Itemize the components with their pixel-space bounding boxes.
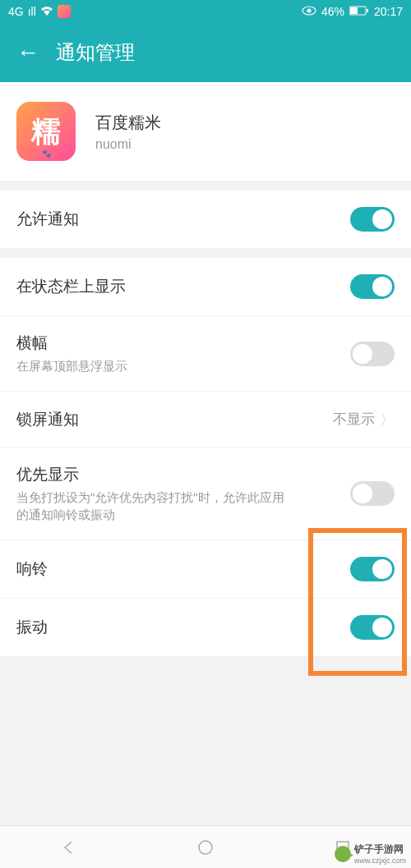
lock-screen-value: 不显示	[333, 410, 375, 429]
allow-notifications-toggle[interactable]	[350, 207, 395, 232]
watermark-logo-icon	[335, 846, 351, 862]
banner-label: 横幅	[16, 333, 350, 354]
svg-point-5	[199, 841, 212, 854]
vibrate-toggle[interactable]	[350, 615, 395, 640]
header: ← 通知管理	[0, 23, 411, 82]
banner-desc: 在屏幕顶部悬浮显示	[16, 357, 350, 374]
priority-toggle[interactable]	[350, 481, 395, 506]
app-name: 百度糯米	[95, 112, 161, 134]
svg-point-1	[307, 9, 311, 13]
signal-bars-icon: ıll	[28, 5, 36, 18]
app-id: nuomi	[95, 137, 161, 152]
status-left: 4G ıll	[8, 5, 71, 18]
watermark-brand: 铲子手游网	[354, 843, 406, 857]
watermark: 铲子手游网 www.czjxjc.com	[335, 843, 406, 865]
vibrate-label: 振动	[16, 617, 350, 638]
status-right: 46% 20:17	[302, 5, 403, 18]
priority-desc: 当免打扰设为"允许优先内容打扰"时，允许此应用的通知响铃或振动	[16, 489, 296, 523]
back-button[interactable]: ←	[16, 39, 39, 66]
ring-row[interactable]: 响铃	[0, 540, 411, 599]
ring-toggle[interactable]	[350, 557, 395, 581]
banner-row[interactable]: 横幅 在屏幕顶部悬浮显示	[0, 316, 411, 392]
priority-label: 优先显示	[16, 464, 296, 485]
eye-icon	[302, 5, 316, 18]
lock-screen-row[interactable]: 锁屏通知 不显示 〉	[0, 392, 411, 448]
banner-toggle[interactable]	[350, 342, 395, 366]
status-bar-row[interactable]: 在状态栏上显示	[0, 258, 411, 316]
ring-label: 响铃	[16, 558, 350, 580]
allow-notifications-label: 允许通知	[16, 209, 350, 230]
priority-row[interactable]: 优先显示 当免打扰设为"允许优先内容打扰"时，允许此应用的通知响铃或振动	[0, 448, 411, 540]
allow-notifications-row[interactable]: 允许通知	[0, 191, 411, 248]
app-info: 糯 🐾 百度糯米 nuomi	[0, 82, 411, 181]
page-title: 通知管理	[56, 39, 135, 66]
app-icon: 糯 🐾	[16, 102, 76, 161]
vibrate-row[interactable]: 振动	[0, 599, 411, 656]
svg-rect-4	[367, 9, 368, 12]
status-bar-toggle[interactable]	[350, 274, 395, 299]
battery-icon	[349, 5, 369, 18]
status-bar-label: 在状态栏上显示	[16, 276, 350, 297]
battery-pct: 46%	[321, 5, 344, 18]
status-bar: 4G ıll 46% 20:17	[0, 0, 411, 23]
app-status-icon	[58, 5, 71, 18]
nav-home-icon[interactable]	[196, 838, 215, 857]
svg-rect-3	[350, 7, 358, 14]
time: 20:17	[374, 5, 403, 18]
lock-screen-label: 锁屏通知	[16, 409, 333, 430]
nav-back-icon[interactable]	[58, 838, 78, 857]
watermark-url: www.czjxjc.com	[354, 857, 406, 865]
wifi-icon	[40, 5, 53, 18]
chevron-right-icon: 〉	[380, 410, 395, 429]
signal-icon: 4G	[8, 5, 24, 18]
